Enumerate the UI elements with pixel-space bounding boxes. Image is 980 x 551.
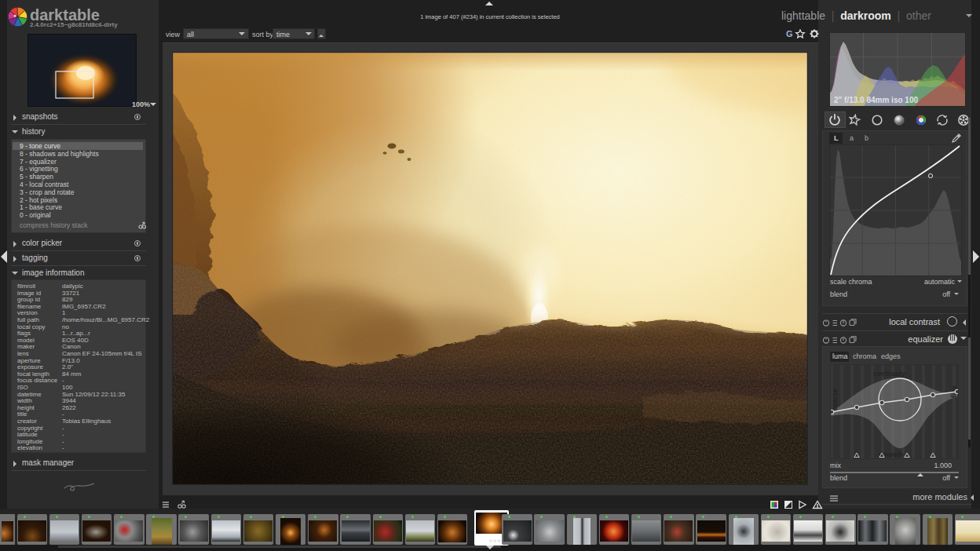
svg-text:coarse: coarse (831, 389, 839, 411)
svg-text:G: G (786, 29, 793, 38)
svg-text:2" f/13.0 84mm iso 100: 2" f/13.0 84mm iso 100 (834, 96, 918, 104)
svg-text:contrasty: contrasty (873, 370, 905, 378)
